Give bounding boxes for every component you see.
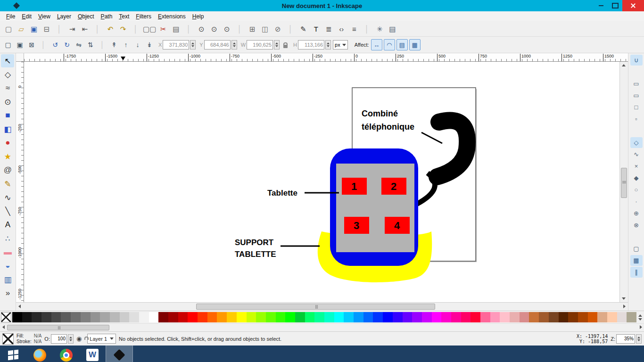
color-swatch[interactable] <box>480 312 490 322</box>
color-swatch[interactable] <box>168 312 178 322</box>
snap-object-centers[interactable]: ⊕ <box>630 208 643 219</box>
calligraphy-tool[interactable]: ╲ <box>1 205 14 218</box>
separator[interactable]: │ <box>234 23 245 34</box>
lock-ratio-icon[interactable] <box>283 45 288 48</box>
color-swatch[interactable] <box>237 312 247 322</box>
menu-item-edit[interactable]: Edit <box>18 12 35 21</box>
color-swatch[interactable] <box>520 312 529 322</box>
color-swatch[interactable] <box>217 312 227 322</box>
firefox-taskbar-button[interactable] <box>26 346 53 362</box>
close-button[interactable] <box>622 0 644 11</box>
snap-bbox-edges[interactable]: ▭ <box>630 90 643 101</box>
opacity-spinner[interactable] <box>68 334 74 344</box>
deselect-icon[interactable]: ⊠ <box>26 40 37 50</box>
no-color-swatch[interactable] <box>1 312 11 322</box>
text-tool[interactable]: A <box>1 218 14 231</box>
x-input[interactable] <box>163 40 189 49</box>
color-swatch[interactable] <box>559 312 569 322</box>
color-swatch[interactable] <box>139 312 149 322</box>
snap-rotation-centers[interactable]: ⊗ <box>630 220 643 230</box>
eraser-tool[interactable]: ▬ <box>1 246 14 259</box>
spray-tool[interactable]: ∴ <box>1 232 14 245</box>
snap-path-intersections[interactable]: × <box>630 161 643 172</box>
snap-gap[interactable] <box>630 125 643 136</box>
lower-to-bottom-icon[interactable]: ↡ <box>144 40 155 50</box>
color-swatch[interactable] <box>178 312 188 322</box>
horizontal-ruler[interactable]: -1750 -1500 -1250 -1000 -750 -500 -250 <box>24 53 628 62</box>
opacity-input[interactable] <box>51 334 67 344</box>
spiral-tool[interactable]: @ <box>1 164 14 177</box>
color-swatch[interactable] <box>432 312 442 322</box>
create-clone-icon[interactable]: ◫ <box>259 23 271 34</box>
color-swatch[interactable] <box>61 312 71 322</box>
menu-item-filters[interactable]: Filters <box>132 12 155 21</box>
color-swatch[interactable] <box>461 312 471 322</box>
color-swatch[interactable] <box>188 312 198 322</box>
snap-smooth-nodes[interactable]: ○ <box>630 184 643 195</box>
snap-enable[interactable]: ∪ <box>630 55 643 66</box>
unlink-clone-icon[interactable]: ⊘ <box>272 23 283 34</box>
maximize-button[interactable] <box>608 0 622 11</box>
color-swatch[interactable] <box>627 312 636 322</box>
snap-nodes[interactable]: ◇ <box>630 137 643 148</box>
color-swatch[interactable] <box>490 312 500 322</box>
support-label[interactable]: SUPPORT <box>235 238 274 247</box>
color-swatch[interactable] <box>451 312 461 322</box>
open-document-icon[interactable]: ▱ <box>16 23 27 34</box>
menu-item-help[interactable]: Help <box>189 12 207 21</box>
toolbox-overflow[interactable]: » <box>1 287 14 300</box>
zoom-page-icon[interactable]: ⊙ <box>221 23 232 34</box>
color-swatch[interactable] <box>422 312 432 322</box>
start-button[interactable] <box>0 346 26 362</box>
preferences-icon[interactable]: ✳ <box>374 23 385 34</box>
fill-stroke-none-indicator[interactable] <box>2 333 14 345</box>
color-swatch[interactable] <box>568 312 578 322</box>
star-tool[interactable]: ★ <box>1 150 14 163</box>
color-swatch[interactable] <box>529 312 539 322</box>
color-swatch[interactable] <box>256 312 266 322</box>
snap-cusp-nodes[interactable]: ◆ <box>630 173 643 183</box>
color-swatch[interactable] <box>100 312 110 322</box>
color-swatch[interactable] <box>276 312 286 322</box>
vertical-scrollbar[interactable] <box>619 62 628 302</box>
raise-icon[interactable]: ↑ <box>121 40 131 50</box>
import-icon[interactable]: ⇥ <box>66 23 78 34</box>
separator[interactable]: │ <box>38 40 49 50</box>
color-swatch[interactable] <box>334 312 344 322</box>
scale-corners-toggle[interactable]: ◠ <box>384 39 395 50</box>
tweak-tool[interactable]: ≈ <box>1 82 14 95</box>
tablette-label[interactable]: Tablette <box>267 189 297 197</box>
layers-dialog-icon[interactable]: ≣ <box>323 23 334 34</box>
color-swatch[interactable] <box>393 312 403 322</box>
zoom-tool[interactable]: ⊙ <box>1 95 14 108</box>
support-label[interactable]: TABLETTE <box>235 250 276 259</box>
vertical-scroll-thumb[interactable] <box>621 168 627 198</box>
fill-stroke-dialog-icon[interactable]: ✎ <box>297 23 309 34</box>
combine-label[interactable]: Combiné <box>362 109 398 118</box>
rectangle-tool[interactable]: ■ <box>1 109 14 122</box>
node-tool[interactable]: ◇ <box>1 68 14 81</box>
width-spinner[interactable] <box>274 40 280 49</box>
phone-panel-shape[interactable] <box>336 164 414 252</box>
color-swatch[interactable] <box>588 312 598 322</box>
copy-icon[interactable]: ▢▢ <box>143 23 156 34</box>
color-swatch[interactable] <box>412 312 422 322</box>
snap-gap[interactable] <box>630 231 643 242</box>
scroll-left-button[interactable] <box>16 303 23 310</box>
snap-gap[interactable] <box>630 66 643 77</box>
snap-page-border[interactable]: ▢ <box>630 243 643 254</box>
color-swatch[interactable] <box>295 312 305 322</box>
color-swatch[interactable] <box>441 312 451 322</box>
separator[interactable]: │ <box>54 23 65 34</box>
flip-horizontal-icon[interactable]: ⇋ <box>74 40 84 50</box>
color-swatch[interactable] <box>91 312 100 322</box>
menu-item-object[interactable]: Object <box>74 12 98 21</box>
color-swatch[interactable] <box>617 312 627 322</box>
color-swatch[interactable] <box>597 312 607 322</box>
palette-scroll-left[interactable] <box>0 324 7 330</box>
separator[interactable]: │ <box>130 23 141 34</box>
bucket-fill-tool[interactable]: ◒ <box>1 259 14 272</box>
3dbox-tool[interactable]: ◧ <box>1 123 14 136</box>
color-swatch[interactable] <box>607 312 617 322</box>
color-swatch[interactable] <box>51 312 61 322</box>
